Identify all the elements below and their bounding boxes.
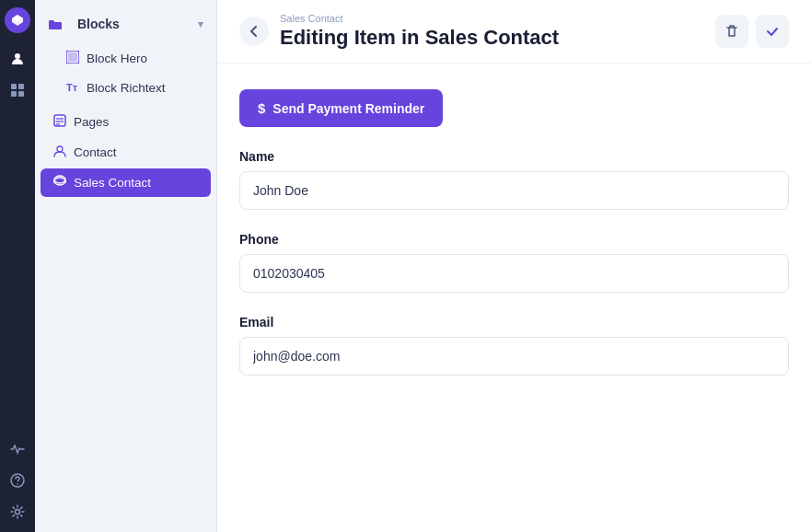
svg-rect-9 [68,52,77,62]
blocks-folder-icon [48,17,70,32]
sales-contact-label: Sales Contact [74,176,151,190]
confirm-button[interactable] [756,15,789,48]
svg-point-7 [16,510,20,515]
name-input[interactable] [239,171,789,210]
svg-point-6 [17,483,18,485]
icon-rail [0,0,35,532]
app-logo[interactable] [5,7,30,33]
main-content: Sales Contact Editing Item in Sales Cont… [217,0,811,532]
svg-rect-4 [18,91,24,97]
blocks-chevron-icon: ▾ [198,18,203,30]
svg-text:Tт: Tт [66,82,78,93]
delete-button[interactable] [715,15,748,48]
email-input[interactable] [239,337,789,376]
phone-input[interactable] [239,254,789,293]
activity-rail-icon[interactable] [5,436,30,462]
svg-point-15 [57,146,63,152]
send-button-icon: $ [258,100,265,116]
phone-label: Phone [239,232,789,247]
svg-rect-1 [11,84,17,89]
phone-field-group: Phone [239,232,789,293]
svg-point-17 [54,176,65,183]
sales-contact-icon [53,175,66,191]
blocks-header[interactable]: Blocks ▾ [35,9,216,40]
sidebar: Blocks ▾ Block Hero Tт Block Richtext [35,0,217,532]
header-actions [715,15,789,48]
svg-point-0 [15,53,20,59]
contact-label: Contact [74,145,117,159]
form-area: $ Send Payment Reminder Name Phone Email [217,64,811,401]
svg-point-16 [54,178,65,185]
block-richtext-label: Block Richtext [87,81,166,95]
header-left: Sales Contact Editing Item in Sales Cont… [239,13,559,50]
block-hero-label: Block Hero [87,52,147,65]
svg-rect-3 [11,91,17,97]
block-hero-icon [66,51,79,66]
header-title-group: Sales Contact Editing Item in Sales Cont… [280,13,559,50]
back-button[interactable] [239,17,269,46]
name-label: Name [239,149,789,164]
sidebar-item-sales-contact[interactable]: Sales Contact [41,168,211,197]
send-payment-reminder-button[interactable]: $ Send Payment Reminder [239,89,443,127]
send-button-label: Send Payment Reminder [272,101,424,116]
page-header: Sales Contact Editing Item in Sales Cont… [217,0,811,64]
email-label: Email [239,315,789,330]
svg-rect-2 [18,84,24,89]
email-field-group: Email [239,315,789,376]
contact-icon [53,145,66,160]
sidebar-item-block-richtext[interactable]: Tт Block Richtext [41,74,211,102]
blocks-label: Blocks [77,17,120,31]
breadcrumb: Sales Contact [280,13,559,24]
pages-label: Pages [74,115,109,129]
page-title: Editing Item in Sales Contact [280,26,559,50]
block-richtext-icon: Tт [66,80,79,96]
name-field-group: Name [239,149,789,210]
users-rail-icon[interactable] [5,46,30,72]
sidebar-item-contact[interactable]: Contact [41,138,211,167]
modules-rail-icon[interactable] [5,77,30,103]
settings-rail-icon[interactable] [5,499,30,525]
pages-icon [53,114,66,130]
blocks-children: Block Hero Tт Block Richtext [35,40,216,107]
help-rail-icon[interactable] [5,468,30,493]
sidebar-item-pages[interactable]: Pages [41,108,211,136]
sidebar-item-block-hero[interactable]: Block Hero [41,44,211,73]
